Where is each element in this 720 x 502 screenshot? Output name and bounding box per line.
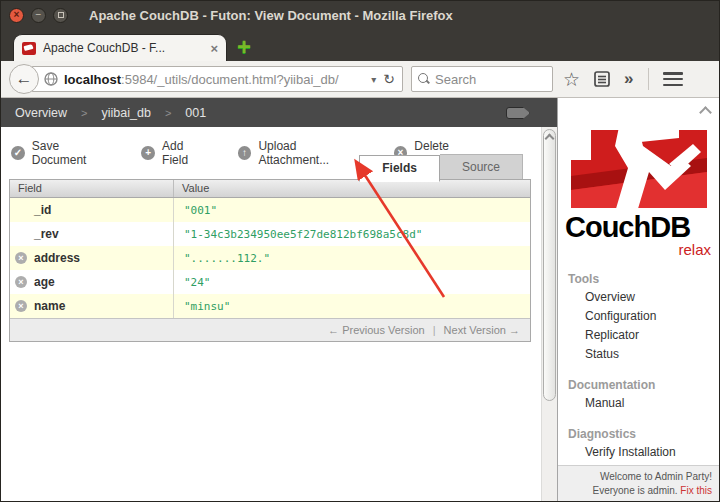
version-pagination: ← Previous Version | Next Version → <box>10 318 530 341</box>
table-row[interactable]: _rev "1-34c3b234950ee5f27de812bf698a5c8d… <box>10 222 530 246</box>
breadcrumb-separator: > <box>81 107 87 119</box>
tab-fields[interactable]: Fields <box>359 155 440 182</box>
scrollbar-thumb[interactable] <box>543 129 556 401</box>
browser-tab[interactable]: Apache CouchDB - F... × <box>13 34 227 61</box>
field-name: name <box>34 299 65 313</box>
url-host: localhost <box>64 72 121 87</box>
table-row[interactable]: × name "minsu" <box>10 294 530 318</box>
delete-field-icon[interactable]: × <box>15 300 27 312</box>
url-dropdown-icon[interactable]: ▾ <box>367 74 380 85</box>
tab-bar: Apache CouchDB - F... × + <box>1 29 719 61</box>
breadcrumb-overview[interactable]: Overview <box>15 106 67 120</box>
footer-line2: Everyone is admin. <box>593 485 678 496</box>
overflow-chevrons-icon[interactable]: » <box>624 69 633 89</box>
view-tabs: Fields Source <box>359 154 523 181</box>
firefox-window: × − Apache CouchDB - Futon: View Documen… <box>0 0 720 502</box>
table-header: Field Value <box>10 180 530 198</box>
navigation-toolbar: ← localhost:5984/_utils/document.html?yi… <box>1 61 719 98</box>
save-document-button[interactable]: ✓ Save Document <box>11 139 115 167</box>
section-title: Diagnostics <box>558 423 720 443</box>
field-name: address <box>34 251 80 265</box>
maximize-icon <box>58 12 64 18</box>
bookmark-star-icon[interactable]: ☆ <box>563 70 580 89</box>
url-path: :5984/_utils/document.html?yiibai_db/ <box>121 72 339 87</box>
next-version-link[interactable]: Next Version → <box>444 324 520 336</box>
close-icon: × <box>14 10 20 20</box>
pagination-separator: | <box>433 324 436 336</box>
couchdb-couch-icon <box>565 120 713 212</box>
logo-title: CouchDB <box>565 213 713 242</box>
fields-table: Field Value _id "001" _rev "1-34c3b23495… <box>9 179 531 342</box>
breadcrumb-database[interactable]: yiibai_db <box>102 106 151 120</box>
sidebar-item-status[interactable]: Status <box>558 345 720 364</box>
footer-line1: Welcome to Admin Party! <box>600 471 712 482</box>
title-bar: × − Apache CouchDB - Futon: View Documen… <box>1 1 719 29</box>
toolbar-separator <box>648 68 649 90</box>
save-document-label: Save Document <box>32 139 116 167</box>
logo-subtitle: relax <box>565 242 711 258</box>
field-name: _rev <box>34 227 59 241</box>
minimize-icon: − <box>36 10 42 20</box>
vertical-scrollbar[interactable] <box>541 127 557 502</box>
table-row[interactable]: × address ".......112." <box>10 246 530 270</box>
tab-title: Apache CouchDB - F... <box>43 41 202 55</box>
table-row[interactable]: _id "001" <box>10 198 530 222</box>
window-maximize-button[interactable] <box>53 8 68 23</box>
field-value[interactable]: ".......112." <box>184 252 270 265</box>
scroll-up-icon <box>545 134 555 144</box>
delete-field-icon[interactable]: × <box>15 276 27 288</box>
breadcrumb: Overview > yiibai_db > 001 <box>1 98 557 127</box>
tab-source[interactable]: Source <box>440 154 523 181</box>
search-icon <box>418 73 430 85</box>
sidebar-item-replicator[interactable]: Replicator <box>558 326 720 345</box>
menu-hamburger-icon[interactable] <box>663 72 683 86</box>
field-value[interactable]: "minsu" <box>184 300 230 313</box>
upload-arrow-icon: ↑ <box>238 146 252 160</box>
sidebar-item-verify-installation[interactable]: Verify Installation <box>558 443 720 462</box>
column-header-value: Value <box>174 180 530 197</box>
previous-version-link[interactable]: ← Previous Version <box>328 324 425 336</box>
field-name: age <box>34 275 55 289</box>
tab-close-icon[interactable]: × <box>210 41 218 56</box>
fix-this-link[interactable]: Fix this <box>680 485 712 496</box>
url-bar[interactable]: localhost:5984/_utils/document.html?yiib… <box>31 66 403 92</box>
admin-party-footer: Welcome to Admin Party! Everyone is admi… <box>558 465 720 502</box>
add-field-button[interactable]: + Add Field <box>141 139 211 167</box>
field-name: _id <box>34 203 51 217</box>
field-value[interactable]: "001" <box>184 204 217 217</box>
futon-sidebar: CouchDB relax Tools Overview Configurati… <box>557 98 720 502</box>
field-value[interactable]: "1-34c3b234950ee5f27de812bf698a5c8d" <box>184 228 422 241</box>
reload-icon[interactable]: ↻ <box>380 71 398 87</box>
window-minimize-button[interactable]: − <box>31 8 46 23</box>
breadcrumb-document[interactable]: 001 <box>185 106 206 120</box>
sidebar-section-diagnostics: Diagnostics Verify Installation <box>558 423 720 462</box>
section-title: Tools <box>558 268 720 288</box>
couchdb-favicon-icon <box>22 42 36 55</box>
table-row[interactable]: × age "24" <box>10 270 530 294</box>
upload-attachment-label: Upload Attachment... <box>258 139 367 167</box>
sidebar-item-overview[interactable]: Overview <box>558 288 720 307</box>
globe-icon <box>44 72 58 86</box>
search-bar[interactable] <box>411 66 553 92</box>
sidebar-item-manual[interactable]: Manual <box>558 394 720 413</box>
sidebar-collapse-icon[interactable] <box>701 106 710 115</box>
sidebar-section-documentation: Documentation Manual <box>558 374 720 413</box>
field-value[interactable]: "24" <box>184 276 211 289</box>
new-tab-button[interactable]: + <box>237 37 251 57</box>
add-plus-icon: + <box>141 146 155 160</box>
back-button[interactable]: ← <box>9 64 39 94</box>
upload-attachment-button[interactable]: ↑ Upload Attachment... <box>238 139 368 167</box>
delete-field-icon[interactable]: × <box>15 252 27 264</box>
document-view: ✓ Save Document + Add Field ↑ Upload Att… <box>1 127 541 502</box>
sidebar-toggle-icon[interactable] <box>506 107 530 119</box>
bookmarks-menu-icon[interactable] <box>594 70 610 88</box>
search-input[interactable] <box>435 72 546 87</box>
add-field-label: Add Field <box>162 139 212 167</box>
sidebar-section-tools: Tools Overview Configuration Replicator … <box>558 268 720 364</box>
column-header-field: Field <box>10 180 174 197</box>
sidebar-item-configuration[interactable]: Configuration <box>558 307 720 326</box>
url-text[interactable]: localhost:5984/_utils/document.html?yiib… <box>64 72 367 87</box>
breadcrumb-separator: > <box>165 107 171 119</box>
window-close-button[interactable]: × <box>9 8 24 23</box>
save-check-icon: ✓ <box>11 146 25 160</box>
